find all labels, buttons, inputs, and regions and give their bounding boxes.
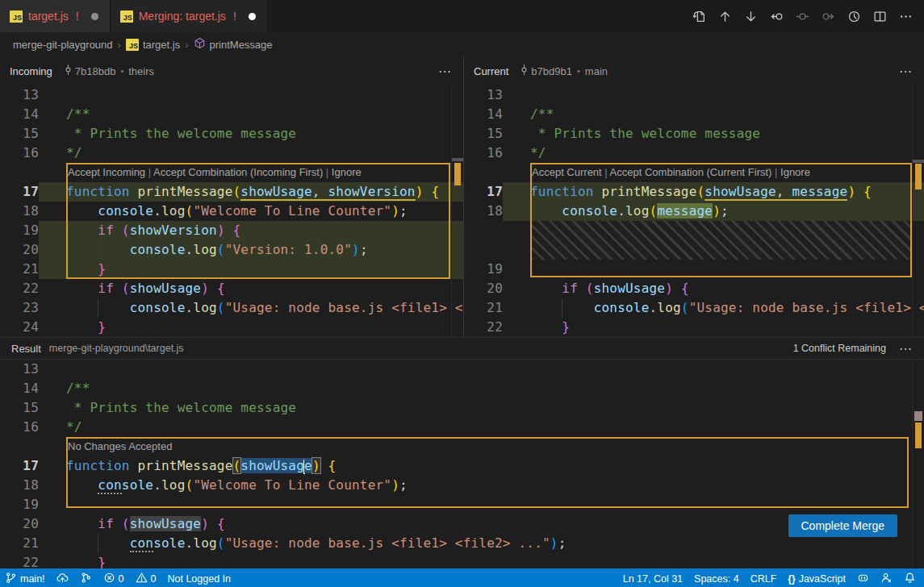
code-line[interactable]: 15 * Prints the welcome message [464,124,924,144]
code-line[interactable]: 18 console.log(message); [464,202,924,221]
incoming-pane: Incoming 7b18bdb • theirs ⋯ 1314/**15 * … [0,56,464,337]
warnings-count[interactable]: 0 [136,568,157,587]
code-line[interactable]: 17function printMessage(showUsage, showV… [0,182,463,202]
status-label: Not Logged In [167,573,231,585]
result-header: Result merge-git-playground\target.js 1 … [0,337,924,360]
code-line[interactable]: 21 console.log("Usage: node base.js <fil… [0,534,924,553]
cursor-position[interactable]: Ln 17, Col 31 [623,568,683,587]
code-line[interactable]: 21 console.log("Usage: node base.js <fil… [464,298,924,318]
current-editor[interactable]: 1314/**15 * Prints the welcome message16… [464,85,924,337]
modified-dot-icon[interactable] [91,13,98,20]
code-line[interactable]: 15 * Prints the welcome message [0,124,463,144]
status-label: 0 [119,573,124,585]
publish-changes[interactable] [56,568,69,587]
code-line[interactable]: 23 console.log("Usage: node base.js <fil… [0,298,463,318]
code-line[interactable]: No Changes Accepted [0,437,924,456]
code-line[interactable]: Accept Current | Accept Combination (Cur… [464,163,924,182]
code-line[interactable]: 18 console.log("Welcome To Line Counter"… [0,476,924,495]
code-line[interactable]: 15 * Prints the welcome message [0,398,924,418]
language-mode[interactable]: {}JavaScript [788,568,846,587]
conflict-action[interactable]: Accept Current [532,166,602,178]
more-actions-icon[interactable]: ⋯ [899,64,913,79]
code-line[interactable]: 16*/ [464,144,924,163]
line-number: 15 [464,124,503,144]
code-line[interactable]: 13 [0,360,924,379]
open-changes-icon[interactable] [692,10,706,23]
tab-label: Merging: target.js [139,10,226,23]
arrow-up-icon[interactable] [718,10,732,23]
git-branch-icon [5,572,17,586]
scrollbar-slider[interactable] [913,160,924,163]
line-number: 23 [0,298,39,318]
code-line[interactable]: 24 } [0,318,463,337]
incoming-editor[interactable]: 1314/**15 * Prints the welcome message16… [0,85,463,337]
copilot-icon [857,572,869,586]
conflict-action[interactable]: Ignore [332,166,362,178]
code-line[interactable]: 22 } [464,318,924,337]
js-file-icon: JS [10,10,23,23]
code-line[interactable]: 21 } [0,260,463,279]
code-line[interactable]: 22 if (showUsage) { [0,279,463,298]
complete-merge-button[interactable]: Complete Merge [788,514,898,537]
code-line[interactable]: 19 [464,260,924,279]
code-line[interactable]: 18 console.log("Welcome To Line Counter"… [0,202,463,221]
status-label: 0 [151,573,157,585]
scrollbar-slider[interactable] [452,158,463,161]
breadcrumb-item-merge-git-playground[interactable]: merge-git-playground [13,39,113,51]
overview-ruler[interactable] [912,360,924,568]
conflict-action[interactable]: Accept Combination (Current First) [610,166,772,178]
separator-dot: • [577,66,580,76]
code-line[interactable]: 14/** [0,379,924,398]
more-actions-icon[interactable]: ⋯ [899,341,913,356]
code-line[interactable]: 20 console.log("Version: 1.0.0"); [0,240,463,260]
indentation[interactable]: Spaces: 4 [694,568,739,587]
eol-sequence[interactable]: CRLF [750,568,777,587]
conflict-action[interactable]: Ignore [780,166,810,178]
code-line[interactable]: 13 [464,85,924,105]
code-line[interactable]: 16*/ [0,144,463,163]
code-line[interactable]: 20 if (showUsage) { [0,514,924,534]
code-line[interactable]: 14/** [0,105,463,124]
conflict-action[interactable]: Accept Combination (Incoming First) [153,166,323,178]
more-actions-icon[interactable]: ⋯ [438,64,452,79]
tab-merging-target-js[interactable]: JSMerging: target.js! [111,0,268,32]
code-line[interactable]: 17function printMessage(showUsage) { [0,456,924,476]
more-actions-icon[interactable] [899,10,913,23]
base-view-icon[interactable] [847,10,861,23]
code-line[interactable]: 17function printMessage(showUsage, messa… [464,182,924,202]
errors-count[interactable]: 0 [103,568,124,587]
arrow-down-icon[interactable] [744,10,758,23]
code-line[interactable]: Accept Incoming | Accept Combination (In… [0,163,463,182]
modified-dot-icon[interactable] [249,13,256,20]
current-conflict-icon[interactable] [796,10,809,23]
branch-indicator[interactable]: main! [5,568,45,587]
tab-target-js[interactable]: JStarget.js! [0,0,111,32]
conflict-action[interactable]: Accept Incoming [68,166,145,178]
notifications-bell[interactable] [904,568,916,587]
line-number: 18 [0,202,39,221]
code-line[interactable]: 14/** [464,105,924,124]
scrollbar-slider[interactable] [914,411,922,421]
breadcrumb-item-printmessage[interactable]: printMessage [194,37,273,52]
next-conflict-icon[interactable] [822,10,835,23]
overview-ruler[interactable] [912,85,924,337]
line-number: 16 [0,418,39,437]
code-line[interactable]: 20 if (showUsage) { [464,279,924,298]
account[interactable] [880,568,893,587]
code-line[interactable]: 22 } [0,553,924,568]
result-title: Result [11,343,41,355]
code-line[interactable]: 19 [0,495,924,514]
breadcrumb-item-target-js[interactable]: JStarget.js [126,39,180,51]
login-status[interactable]: Not Logged In [167,568,231,587]
split-editor-icon[interactable] [873,10,887,23]
overview-ruler[interactable] [451,85,463,337]
code-line[interactable]: 19 if (showVersion) { [0,221,463,240]
code-line[interactable]: 13 [0,85,463,105]
code-line[interactable]: 16*/ [0,418,924,437]
result-editor[interactable]: Complete Merge 1314/**15 * Prints the we… [0,360,924,568]
copilot-status[interactable] [857,568,869,587]
prev-conflict-icon[interactable] [770,10,784,23]
current-pane: Current b7bd9b1 • main ⋯ 1314/**15 * Pri… [464,56,924,337]
line-number: 13 [0,360,39,379]
source-control-graph[interactable] [80,568,92,587]
